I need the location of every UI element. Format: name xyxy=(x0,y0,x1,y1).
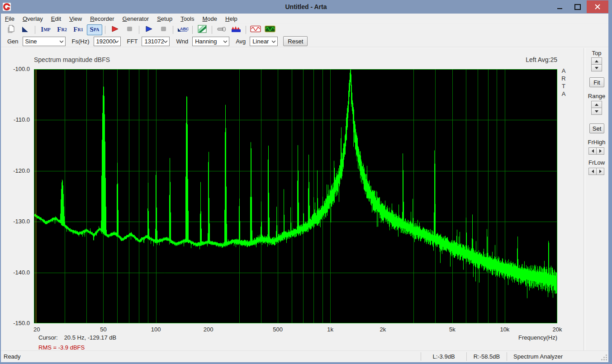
menu-item-edit[interactable]: Edit xyxy=(47,14,65,23)
toolbar-separator xyxy=(139,26,139,34)
arrow-down-icon xyxy=(595,67,598,69)
menu-item-tools[interactable]: Tools xyxy=(176,14,198,23)
rms-readout: RMS = -3.9 dBFS xyxy=(38,344,85,351)
toolbar: IMPFR2FR1SPAABC xyxy=(1,24,608,35)
gen-value: Sine xyxy=(25,38,37,45)
frlow-left-button[interactable] xyxy=(588,168,597,175)
frlow-spinner xyxy=(588,168,604,175)
spa-mode-button[interactable]: SPA xyxy=(87,24,102,35)
y-tick-label: -110.0 xyxy=(1,116,30,123)
menu-bar: FileOverlayEditViewRecorderGeneratorSetu… xyxy=(1,14,608,24)
menu-item-generator[interactable]: Generator xyxy=(119,14,153,23)
range-spinner xyxy=(591,101,602,115)
top-up-button[interactable] xyxy=(591,57,602,65)
arrow-down-icon xyxy=(595,110,598,113)
stop-button[interactable] xyxy=(157,24,170,35)
cursor-value: 20.5 Hz, -129.17 dB xyxy=(64,334,117,341)
arrow-up-icon xyxy=(595,104,598,106)
toolbar-separator xyxy=(246,26,246,34)
top-spinner xyxy=(591,57,602,71)
wnd-label: Wnd xyxy=(176,38,188,45)
x-tick-label: 1k xyxy=(319,326,342,333)
menu-item-overlay[interactable]: Overlay xyxy=(19,14,47,23)
fr2-mode-button[interactable]: FR2 xyxy=(54,24,70,35)
record-stop-icon xyxy=(125,25,133,35)
menu-item-mode[interactable]: Mode xyxy=(199,14,222,23)
close-icon xyxy=(595,4,600,9)
arrow-left-icon xyxy=(592,170,594,173)
calibrate-abc-icon: ABC xyxy=(177,25,189,35)
title-bar[interactable]: Untitled - Arta xyxy=(0,0,612,14)
play-button[interactable] xyxy=(142,24,156,35)
top-down-button[interactable] xyxy=(591,64,602,71)
fr1-mode-button[interactable]: FR1 xyxy=(71,24,86,35)
fs-value: 192000 xyxy=(96,38,116,45)
close-button[interactable] xyxy=(587,0,608,13)
x-tick-label: 500 xyxy=(266,326,289,333)
x-tick-label: 200 xyxy=(197,326,220,333)
frhigh-right-button[interactable] xyxy=(596,147,604,155)
sine-signal-icon xyxy=(250,25,261,35)
menu-item-help[interactable]: Help xyxy=(221,14,242,23)
x-tick-label: 2k xyxy=(371,326,394,333)
diagonal-chart-icon xyxy=(198,25,207,35)
menu-item-view[interactable]: View xyxy=(65,14,86,23)
range-down-button[interactable] xyxy=(591,108,602,115)
x-tick-label: 20k xyxy=(546,326,569,333)
microphone-icon xyxy=(217,25,227,35)
avg-value: Linear xyxy=(252,38,269,45)
spectrum-plot[interactable] xyxy=(34,69,557,323)
microphone-button[interactable] xyxy=(215,24,228,35)
fit-button[interactable]: Fit xyxy=(589,77,604,87)
side-panel: Top Fit Range Set FrHigh FrLow xyxy=(585,48,608,351)
gen-label: Gen xyxy=(7,38,19,45)
frhigh-label: FrHigh xyxy=(585,139,608,146)
chevron-down-icon xyxy=(60,40,63,43)
avg-select[interactable]: Linear xyxy=(250,37,278,46)
imp-mode-button[interactable]: IMP xyxy=(38,24,53,35)
frhigh-left-button[interactable] xyxy=(588,147,597,155)
window-border-right xyxy=(608,14,612,364)
sine-signal-button[interactable] xyxy=(249,24,262,35)
menu-item-file[interactable]: File xyxy=(1,14,19,23)
scope-view-icon xyxy=(265,25,275,35)
window-title: Untitled - Arta xyxy=(0,3,612,10)
reset-button[interactable]: Reset xyxy=(283,36,308,46)
set-button[interactable]: Set xyxy=(589,123,604,133)
toolbar-separator xyxy=(35,26,35,34)
fft-select[interactable]: 131072 xyxy=(142,37,170,46)
x-tick-label: 100 xyxy=(145,326,167,333)
menu-item-setup[interactable]: Setup xyxy=(153,14,176,23)
avg-label: Avg xyxy=(236,38,246,45)
menu-item-recorder[interactable]: Recorder xyxy=(86,14,118,23)
gen-select[interactable]: Sine xyxy=(23,37,66,46)
diagonal-chart-button[interactable] xyxy=(195,24,209,35)
status-bar: Ready L:-3.9dB R:-58.5dB Spectrum Analyz… xyxy=(1,350,608,362)
fs-select[interactable]: 192000 xyxy=(94,37,121,46)
controls-row: Gen Sine Fs(Hz) 192000 FFT 131072 Wnd Ha… xyxy=(1,35,608,47)
range-up-button[interactable] xyxy=(591,101,602,108)
minimize-button[interactable] xyxy=(550,0,569,13)
y-tick-label: -130.0 xyxy=(1,218,30,225)
status-mode: Spectrum Analyzer xyxy=(507,352,599,361)
y-tick-label: -100.0 xyxy=(1,66,30,72)
status-ready: Ready xyxy=(1,353,21,360)
maximize-button[interactable] xyxy=(569,0,587,13)
overlay-marker-button[interactable] xyxy=(19,24,32,35)
record-stop-button[interactable] xyxy=(123,24,136,35)
record-start-button[interactable] xyxy=(108,24,122,35)
chevron-down-icon xyxy=(272,40,275,43)
resize-grip-icon[interactable] xyxy=(599,353,607,361)
chevron-down-icon xyxy=(223,40,227,43)
status-right-level: R:-58.5dB xyxy=(466,352,507,361)
new-file-button[interactable] xyxy=(4,24,18,35)
play-icon xyxy=(145,25,153,35)
fs-label: Fs(Hz) xyxy=(72,38,90,45)
frlow-right-button[interactable] xyxy=(596,168,604,175)
waveform-button[interactable] xyxy=(229,24,243,35)
wnd-select[interactable]: Hanning xyxy=(192,37,229,46)
cursor-label: Cursor: xyxy=(38,334,58,341)
cursor-readout: Cursor:20.5 Hz, -129.17 dB xyxy=(38,334,116,341)
scope-view-button[interactable] xyxy=(263,24,277,35)
calibrate-abc-button[interactable]: ABC xyxy=(176,24,190,35)
